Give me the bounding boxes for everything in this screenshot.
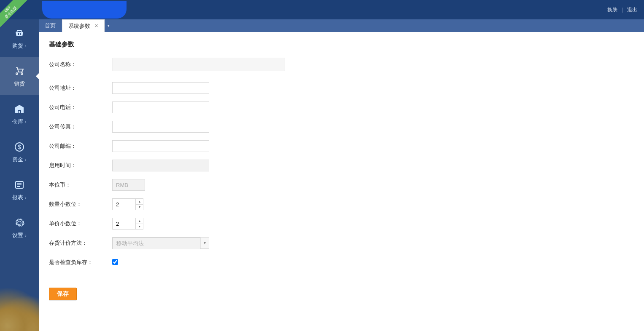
topbar-right: 换肤 | 退出 [607, 0, 637, 19]
label-company-fax: 公司传真： [49, 123, 112, 131]
company-fax-input[interactable] [112, 121, 209, 133]
row-base-currency: 本位币： [49, 179, 634, 191]
close-icon[interactable]: ✕ [94, 23, 98, 29]
company-name-field [112, 58, 285, 71]
sidebar-item-warehouse[interactable]: 仓库› [0, 95, 39, 133]
label-price-decimals: 单价小数位： [49, 220, 112, 227]
tab-system-params[interactable]: 系统参数 ✕ [62, 19, 105, 32]
sidebar-label: 销货 [14, 80, 25, 88]
spinner-down-icon[interactable]: ▼ [136, 205, 143, 210]
row-qty-decimals: 数量小数位： ▲ ▼ [49, 198, 634, 210]
costing-method-input [113, 238, 200, 249]
spinner-up-icon[interactable]: ▲ [136, 199, 143, 205]
report-icon [12, 179, 27, 191]
row-check-negative: 是否检查负库存： [49, 256, 634, 268]
enable-time-input [112, 160, 209, 171]
chevron-right-icon: › [25, 157, 26, 162]
cart-icon [12, 65, 27, 77]
row-enable-time: 启用时间： [49, 160, 634, 171]
check-negative-checkbox[interactable] [112, 259, 118, 265]
tabbar: 首页 系统参数 ✕ ▾ [39, 19, 644, 32]
chevron-right-icon: › [25, 195, 26, 200]
company-zip-input[interactable] [112, 140, 209, 152]
skin-link[interactable]: 换肤 [607, 6, 617, 13]
qty-decimals-input[interactable] [112, 198, 136, 210]
chevron-down-icon[interactable]: ▼ [200, 238, 209, 248]
row-company-address: 公司地址： [49, 82, 634, 94]
base-currency-input [112, 179, 145, 191]
row-costing-method: 存货计价方法： ▼ [49, 237, 634, 249]
label-enable-time: 启用时间： [49, 162, 112, 169]
label-base-currency: 本位币： [49, 181, 112, 189]
spinner-down-icon[interactable]: ▼ [136, 224, 143, 230]
tab-label: 首页 [45, 22, 56, 29]
sidebar-label: 设置 [12, 232, 23, 239]
chevron-right-icon: › [25, 233, 26, 238]
sidebar-label: 购货 [12, 42, 23, 50]
sidebar-item-finance[interactable]: $ 资金› [0, 133, 39, 171]
row-price-decimals: 单价小数位： ▲ ▼ [49, 218, 634, 230]
chevron-right-icon: › [25, 44, 26, 48]
sidebar-label: 资金 [12, 156, 23, 163]
topbar: ERP 多仓库版 换肤 | 退出 [0, 0, 644, 19]
company-address-input[interactable] [112, 82, 209, 94]
sidebar-item-report[interactable]: 报表› [0, 171, 39, 209]
chevron-right-icon: › [25, 120, 26, 124]
sidebar-label: 报表 [12, 194, 23, 201]
tab-home[interactable]: 首页 [39, 19, 62, 32]
sidebar-item-sell[interactable]: 销货 [0, 57, 39, 95]
costing-method-combo[interactable]: ▼ [112, 237, 209, 249]
label-qty-decimals: 数量小数位： [49, 200, 112, 208]
corner-banner: ERP 多仓库版 [0, 0, 30, 29]
logout-link[interactable]: 退出 [627, 6, 637, 13]
tab-dropdown[interactable]: ▾ [105, 19, 112, 32]
label-company-zip: 公司邮编： [49, 142, 112, 150]
sidebar-label: 仓库 [12, 118, 23, 125]
label-company-address: 公司地址： [49, 84, 112, 92]
gear-icon [12, 216, 27, 229]
dollar-icon: $ [12, 141, 27, 153]
section-title: 基础参数 [49, 40, 634, 48]
row-company-fax: 公司传真： [49, 121, 634, 133]
label-check-negative: 是否检查负库存： [49, 259, 112, 266]
qty-decimals-spinner[interactable]: ▲ ▼ [112, 198, 143, 210]
spinner-up-icon[interactable]: ▲ [136, 218, 143, 224]
row-company-zip: 公司邮编： [49, 140, 634, 152]
row-company-phone: 公司电话： [49, 101, 634, 113]
row-company-name: 公司名称： [49, 58, 634, 71]
main: 首页 系统参数 ✕ ▾ 基础参数 公司名称： 公司地址： [39, 19, 644, 331]
label-company-phone: 公司电话： [49, 104, 112, 111]
svg-text:$: $ [18, 144, 21, 150]
tab-label: 系统参数 [68, 22, 90, 30]
topbar-divider: | [622, 7, 623, 13]
price-decimals-input[interactable] [112, 218, 136, 230]
warehouse-icon [12, 103, 27, 115]
sidebar-item-settings[interactable]: 设置› [0, 209, 39, 247]
save-button[interactable]: 保存 [49, 288, 77, 300]
price-decimals-spinner[interactable]: ▲ ▼ [112, 218, 143, 230]
sidebar: 购货› 销货 仓库› $ 资金› [0, 19, 39, 331]
label-costing-method: 存货计价方法： [49, 239, 112, 247]
company-phone-input[interactable] [112, 101, 209, 113]
logo-pill [42, 1, 127, 19]
content: 基础参数 公司名称： 公司地址： 公司电话： 公司传真： [39, 32, 644, 331]
label-company-name: 公司名称： [49, 61, 112, 68]
